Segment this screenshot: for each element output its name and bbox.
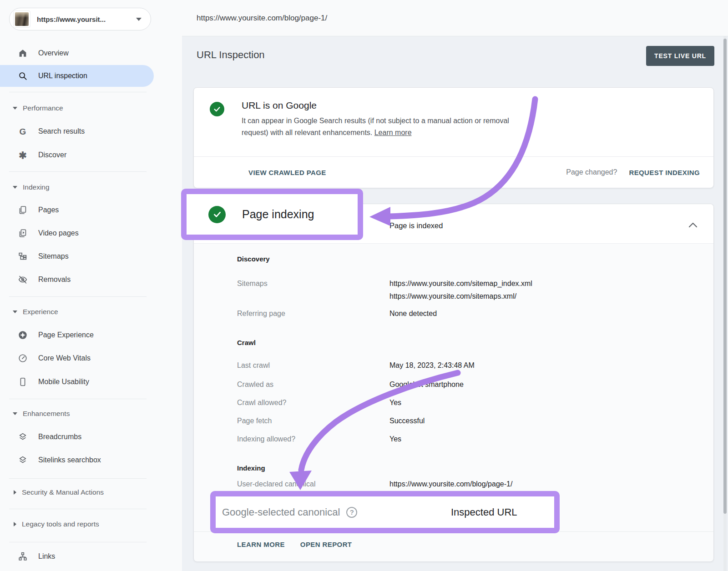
status-card-actions: VIEW CRAWLED PAGE Page changed? REQUEST … [194, 157, 713, 188]
page-title: URL Inspection [197, 49, 265, 61]
crawl-heading: Crawl [237, 339, 256, 346]
indexing-card-actions: LEARN MORE OPEN REPORT [237, 541, 352, 548]
sidebar-divider [9, 542, 147, 542]
sidebar-divider [9, 399, 147, 399]
referring-page-value: None detected [389, 310, 437, 318]
test-live-url-button[interactable]: TEST LIVE URL [646, 46, 714, 66]
sitemaps-icon [17, 251, 28, 262]
sidebar-group-label: Performance [23, 104, 63, 112]
sidebar-item-label: Video pages [38, 229, 79, 237]
page-experience-icon [17, 330, 28, 341]
sidebar-item-links[interactable]: Links [0, 546, 182, 567]
inspection-url-bar: https://www.yoursite.com/blog/page-1/ [182, 0, 728, 36]
crawled-as-label: Crawled as [237, 381, 383, 389]
sidebar-item-discover[interactable]: ✱ Discover [0, 144, 182, 166]
sidebar-item-mobile-usability[interactable]: Mobile Usability [0, 371, 182, 393]
sidebar-group-label: Enhancements [23, 410, 70, 418]
property-selector-label: https://www.yoursit... [37, 15, 106, 23]
sidebar-group-label: Indexing [23, 183, 50, 191]
indexing-allowed-label: Indexing allowed? [237, 435, 383, 443]
sidebar-group-experience[interactable]: Experience [0, 302, 182, 322]
sidebar-item-overview[interactable]: Overview [0, 42, 182, 64]
google-selected-canonical-highlight-callout: Google-selected canonical ? Inspected UR… [210, 491, 560, 533]
sidebar-group-legacy-tools[interactable]: Legacy tools and reports [0, 514, 182, 534]
learn-more-link[interactable]: Learn more [374, 129, 412, 136]
sidebar-item-label: URL inspection [38, 72, 87, 80]
sidebar-item-core-web-vitals[interactable]: Core Web Vitals [0, 347, 182, 369]
status-description: It can appear in Google Search results (… [242, 115, 597, 139]
status-title: URL is on Google [242, 100, 317, 111]
request-indexing-button[interactable]: REQUEST INDEXING [629, 169, 700, 176]
sidebar-item-label: Removals [38, 275, 71, 284]
discover-icon: ✱ [17, 150, 28, 160]
sidebar-group-security-manual-actions[interactable]: Security & Manual Actions [0, 482, 182, 502]
chevron-right-icon [14, 490, 16, 495]
google-selected-canonical-value: Inspected URL [451, 506, 517, 518]
success-check-icon [208, 206, 226, 223]
sidebar-item-removals[interactable]: Removals [0, 269, 182, 291]
sitemaps-label: Sitemaps [237, 280, 383, 288]
chevron-down-icon [13, 107, 17, 110]
chevron-right-icon [14, 522, 16, 526]
pages-icon [17, 205, 28, 215]
search-icon [17, 70, 28, 81]
page-fetch-label: Page fetch [237, 417, 383, 425]
scrollbar-thumb[interactable] [723, 39, 727, 514]
site-thumbnail-image [15, 12, 29, 26]
sidebar-item-url-inspection[interactable]: URL inspection [0, 65, 154, 87]
page-indexed-status: Page is indexed [389, 221, 443, 230]
sidebar-group-enhancements[interactable]: Enhancements [0, 404, 182, 424]
google-selected-canonical-label: Google-selected canonical [222, 506, 340, 518]
chevron-up-icon[interactable] [688, 221, 698, 229]
crawl-allowed-label: Crawl allowed? [237, 399, 383, 407]
sidebar-item-label: Search results [38, 127, 85, 135]
sidebar-divider [9, 478, 147, 479]
learn-more-button[interactable]: LEARN MORE [237, 541, 285, 548]
open-report-button[interactable]: OPEN REPORT [300, 541, 352, 548]
view-crawled-page-button[interactable]: VIEW CRAWLED PAGE [248, 169, 326, 176]
sidebar-group-performance[interactable]: Performance [0, 98, 182, 118]
sidebar-divider [9, 509, 147, 509]
sitelinks-searchbox-icon [17, 455, 28, 466]
sidebar-item-page-experience[interactable]: Page Experience [0, 324, 182, 346]
page-fetch-value: Successful [389, 417, 425, 425]
success-check-icon [210, 102, 224, 116]
sitemaps-value-2: https://www.yoursite.com/sitemaps.xml/ [389, 292, 516, 301]
video-pages-icon [17, 228, 28, 239]
sidebar-item-label: Sitemaps [38, 252, 69, 260]
crawl-allowed-value: Yes [389, 399, 401, 407]
status-description-line1: It can appear in Google Search results (… [242, 117, 509, 125]
user-declared-canonical-value: https://www.yoursite.com/blog/page-1/ [389, 480, 512, 488]
sidebar-item-breadcrumbs[interactable]: Breadcrumbs [0, 426, 182, 448]
sidebar: https://www.yoursit... Overview URL insp… [0, 0, 182, 571]
last-crawl-label: Last crawl [237, 361, 383, 370]
sidebar-group-indexing[interactable]: Indexing [0, 177, 182, 197]
indexing-heading: Indexing [237, 464, 265, 472]
home-icon [17, 48, 28, 59]
chevron-down-icon [13, 186, 17, 189]
chevron-down-icon [136, 18, 142, 21]
sidebar-group-label: Legacy tools and reports [22, 520, 99, 528]
sidebar-divider [9, 92, 147, 92]
sidebar-item-video-pages[interactable]: Video pages [0, 222, 182, 244]
core-web-vitals-icon [17, 353, 28, 364]
inspected-url-field[interactable]: https://www.yoursite.com/blog/page-1/ [197, 0, 327, 36]
sidebar-item-label: Overview [38, 49, 69, 57]
sidebar-item-search-results[interactable]: G Search results [0, 120, 182, 142]
help-icon[interactable]: ? [346, 507, 357, 518]
property-selector[interactable]: https://www.yoursit... [9, 8, 151, 30]
sidebar-item-label: Discover [38, 151, 66, 159]
page-indexing-callout-title: Page indexing [242, 208, 314, 221]
sidebar-group-label: Experience [23, 308, 58, 316]
status-description-line2: request) with all relevant enhancements. [242, 129, 372, 136]
sidebar-item-label: Breadcrumbs [38, 433, 81, 441]
sidebar-item-pages[interactable]: Pages [0, 199, 182, 221]
crawled-as-value: Googlebot smartphone [389, 381, 464, 389]
chevron-down-icon [13, 311, 17, 313]
sidebar-item-label: Sitelinks searchbox [38, 456, 101, 464]
sidebar-item-label: Pages [38, 206, 59, 214]
sidebar-item-label: Core Web Vitals [38, 354, 91, 362]
sidebar-item-sitelinks-searchbox[interactable]: Sitelinks searchbox [0, 449, 182, 471]
page-indexing-highlight-callout: Page indexing [181, 189, 363, 240]
sidebar-item-sitemaps[interactable]: Sitemaps [0, 245, 182, 267]
